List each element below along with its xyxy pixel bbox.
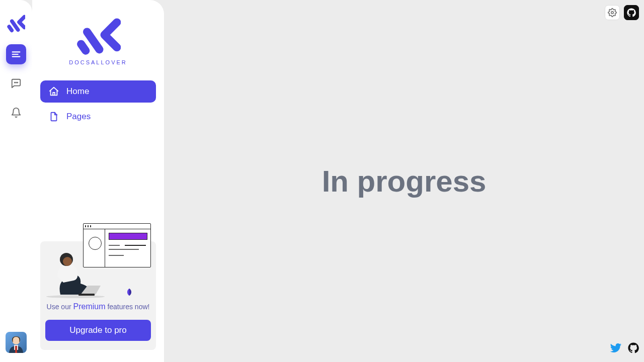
menu-icon bbox=[11, 49, 22, 60]
svg-point-13 bbox=[46, 295, 105, 298]
brand-icon-large bbox=[75, 16, 121, 56]
home-icon bbox=[48, 86, 59, 97]
svg-point-5 bbox=[15, 82, 15, 83]
promo-pre: Use our bbox=[47, 303, 73, 311]
twitter-icon bbox=[610, 342, 622, 354]
svg-point-17 bbox=[611, 12, 614, 14]
svg-point-15 bbox=[63, 257, 72, 266]
sidebar-item-label: Pages bbox=[66, 112, 91, 122]
sidebar-item-label: Home bbox=[66, 86, 89, 97]
rail-notifications-button[interactable] bbox=[6, 103, 26, 123]
github-link[interactable] bbox=[628, 342, 639, 355]
chat-icon bbox=[11, 78, 22, 89]
avatar-icon bbox=[6, 333, 26, 353]
svg-point-6 bbox=[16, 82, 16, 83]
avatar[interactable] bbox=[6, 332, 27, 353]
promo-illustration bbox=[45, 223, 151, 299]
promo-mid: Premium bbox=[73, 302, 105, 311]
person-laptop-icon bbox=[45, 248, 106, 299]
svg-point-7 bbox=[17, 82, 18, 83]
brand-name: DOCSALLOVER bbox=[69, 59, 127, 65]
sidebar-item-home[interactable]: Home bbox=[40, 80, 156, 103]
github-icon bbox=[628, 342, 639, 353]
svg-rect-16 bbox=[78, 294, 95, 296]
brand-mini-logo bbox=[7, 12, 25, 35]
rail-chat-button[interactable] bbox=[6, 73, 26, 94]
brand-icon bbox=[7, 13, 25, 34]
bell-icon bbox=[11, 107, 22, 118]
promo-text: Use our Premium features now! bbox=[45, 302, 151, 312]
leaf-icon bbox=[125, 288, 134, 297]
promo-post: features now! bbox=[106, 303, 150, 311]
github-icon bbox=[627, 8, 636, 17]
rail bbox=[0, 0, 32, 362]
gear-icon bbox=[608, 8, 617, 17]
sidebar-item-pages[interactable]: Pages bbox=[40, 106, 156, 128]
rail-menu-button[interactable] bbox=[6, 44, 26, 64]
promo-card: Use our Premium features now! Upgrade to… bbox=[40, 241, 156, 350]
brand-logo: DOCSALLOVER bbox=[40, 16, 156, 65]
file-icon bbox=[48, 111, 59, 122]
svg-rect-10 bbox=[15, 346, 17, 353]
main-content: In progress bbox=[164, 0, 644, 362]
sidebar-panel: DOCSALLOVER Home Pages bbox=[32, 0, 164, 362]
page-title: In progress bbox=[322, 164, 487, 199]
upgrade-button[interactable]: Upgrade to pro bbox=[45, 320, 151, 341]
twitter-link[interactable] bbox=[610, 342, 622, 356]
social-links bbox=[610, 342, 639, 356]
top-actions bbox=[605, 5, 639, 20]
settings-button[interactable] bbox=[605, 5, 620, 20]
github-button[interactable] bbox=[624, 5, 639, 20]
